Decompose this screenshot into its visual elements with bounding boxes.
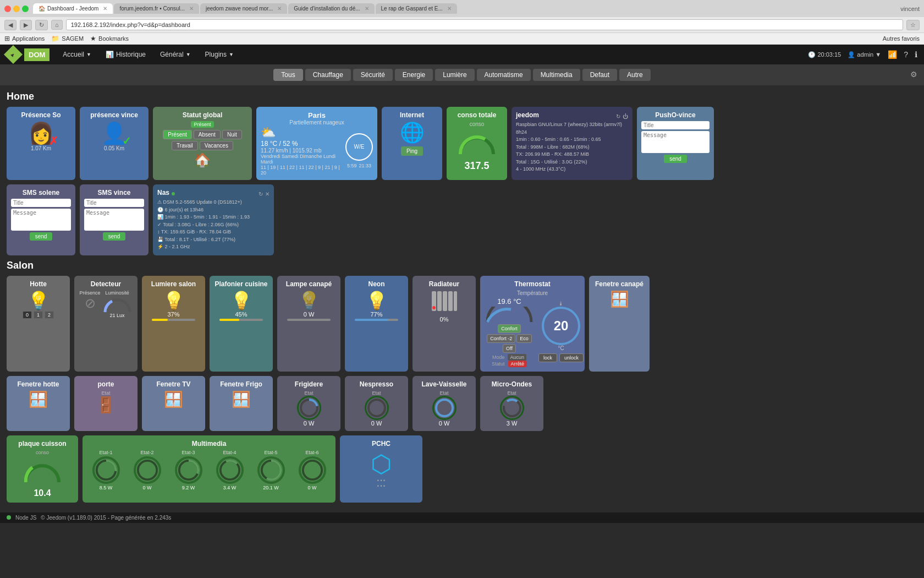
sms-vince-message-input[interactable] (84, 209, 144, 231)
ping-button[interactable]: Ping (401, 146, 423, 156)
etat-1-gauge (92, 456, 120, 484)
thermo-unit: °C (558, 345, 564, 351)
weather-description: Partiellement nuageux (289, 119, 344, 126)
browser-tab-5[interactable]: Le rap de Gaspard et E...✕ (376, 3, 457, 14)
nav-historique[interactable]: 📊 Historique (99, 46, 152, 63)
bookmark-applications[interactable]: ⊞Applications (4, 35, 45, 42)
sms-vince-title-input[interactable] (84, 199, 144, 207)
fenetre-frigo-title: Fenetre Frigo (220, 380, 262, 388)
sms-vince-send-button[interactable]: send (103, 232, 126, 241)
browser-tab-1[interactable]: 🏠Dashboard - Jeedom✕ (33, 3, 113, 14)
thermo-unlock-btn[interactable]: unlock (559, 353, 584, 362)
cat-autre[interactable]: Autre (619, 69, 651, 81)
statut-present-btn[interactable]: Présent (163, 130, 191, 139)
thermo-mode-label: Mode (492, 355, 505, 360)
thermo-statut-val: Arrêté (508, 361, 527, 367)
refresh-button[interactable]: ↻ (35, 20, 48, 30)
sms-solene-send-button[interactable]: send (30, 232, 53, 241)
present-badge: Présent (191, 121, 213, 128)
bookmark-sagem[interactable]: 📁SAGEM (51, 35, 84, 42)
hotte-btn-0[interactable]: 0 (23, 311, 32, 319)
nav-plugins[interactable]: Plugins ▼ (199, 46, 240, 63)
etat-1-label: Etat-1 (99, 450, 112, 455)
close-window-button[interactable] (4, 6, 11, 12)
maximize-window-button[interactable] (22, 6, 29, 12)
thermo-lock-btn[interactable]: lock (538, 353, 557, 362)
pusho-message-input[interactable] (641, 131, 710, 153)
sms-solene-title-input[interactable] (11, 199, 71, 207)
neon-pct: 77% (370, 311, 382, 318)
cat-defaut[interactable]: Defaut (582, 69, 617, 81)
presence-x-icon: ✗ (49, 134, 58, 148)
settings-icon[interactable]: ⚙ (910, 70, 917, 79)
header-help-icon[interactable]: ? (904, 50, 908, 59)
presence-so-icon-area: 👩 ✗ (28, 121, 54, 145)
pusho-title-input[interactable] (641, 121, 710, 129)
sms-solene-message-input[interactable] (11, 209, 71, 231)
back-button[interactable]: ◀ (4, 20, 16, 30)
browser-tab-3[interactable]: jeedom zwave noeud mor...✕ (200, 3, 287, 14)
compass-icon: W/E (345, 133, 373, 161)
autres-favoris[interactable]: Autres favoris (883, 35, 920, 42)
sunset-time: 21:33 (359, 163, 372, 168)
browser-tab-2[interactable]: forum.jeedom.fr • Consul...✕ (114, 3, 199, 14)
plaque-gauge-svg (20, 457, 64, 485)
cat-chauffage[interactable]: Chauffage (305, 69, 351, 81)
svg-point-9 (436, 400, 453, 416)
thermo-confort2-btn[interactable]: Confort -2 (487, 334, 515, 343)
thermo-setpoint-value: 20 (554, 318, 569, 334)
jeedom-power-icon[interactable]: ⏻ (623, 113, 628, 119)
browser-tab-4[interactable]: Guide d'installation du dé...✕ (288, 3, 374, 14)
detecteur-row: Présence ⊘ Luminosité 21 Lux (79, 290, 133, 318)
fenetre-canape-widget: Fenetre canapé 🪟 (589, 276, 650, 372)
bookmark-bookmarks[interactable]: ★Bookmarks (90, 35, 129, 42)
sms-vince-title: SMS vince (97, 189, 130, 197)
hotte-btn-1[interactable]: 1 (34, 311, 43, 319)
app-header: ▲ DOM Accueil ▼ 📊 Historique Général ▼ P… (0, 45, 924, 64)
statut-nuit-btn[interactable]: Nuit (222, 130, 242, 139)
cat-securite[interactable]: Sécurité (353, 69, 393, 81)
sms-vince-widget: SMS vince send (80, 184, 148, 255)
thermo-confort-btn[interactable]: Confort (498, 324, 521, 333)
lave-vaisselle-gauge-svg (434, 397, 455, 418)
statut-vacances-btn[interactable]: Vacances (200, 141, 233, 150)
multimedia-widget: Multimedia Etat-1 8.5 W Etat-2 (82, 435, 336, 503)
cat-automatisme[interactable]: Automatisme (477, 69, 531, 81)
home-button[interactable]: ⌂ (51, 20, 63, 30)
thermo-eco-btn[interactable]: Eco (516, 334, 532, 343)
no-presence-icon: ⊘ (79, 296, 100, 311)
forward-button[interactable]: ▶ (20, 20, 32, 30)
multimedia-title: Multimedia (192, 440, 227, 448)
hotte-btn-2[interactable]: 2 (45, 311, 54, 319)
etat-2-label: Etat-2 (140, 450, 153, 455)
header-network-icon[interactable]: 📶 (888, 50, 897, 59)
address-bar[interactable] (66, 19, 903, 30)
pusho-send-button[interactable]: send (664, 155, 687, 163)
minimize-window-button[interactable] (13, 6, 20, 12)
lumiere-salon-title: Lumiere salon (151, 280, 196, 288)
neon-title: Neon (369, 280, 385, 288)
lumiere-salon-bar-fill (152, 319, 168, 321)
nas-refresh-icon[interactable]: ↻ (258, 191, 263, 197)
statut-absent-btn[interactable]: Absent (194, 130, 221, 139)
thermo-off-btn[interactable]: Off (503, 344, 516, 353)
radiateur-widget: Radiateur 0% (413, 276, 476, 372)
jeedom-info: Raspbian GNU/Linux 7 (wheezy) 32bits (ar… (516, 121, 628, 173)
cat-multimedia[interactable]: Multimedia (533, 69, 580, 81)
header-info-icon[interactable]: ℹ (915, 50, 917, 59)
detecteur-title: Detecteur (91, 280, 121, 288)
nav-accueil[interactable]: Accueil ▼ (56, 46, 98, 63)
cat-tous[interactable]: Tous (273, 69, 302, 81)
jeedom-refresh-icon[interactable]: ↻ (616, 113, 620, 119)
statut-travail-btn[interactable]: Travail (172, 141, 198, 150)
nav-general[interactable]: Général ▼ (153, 46, 197, 63)
cat-lumiere[interactable]: Lumière (435, 69, 474, 81)
porte-etat-label: Etat (101, 390, 110, 396)
micro-ondes-gauge-svg (502, 397, 522, 418)
nas-close-icon[interactable]: ✕ (265, 191, 270, 197)
cat-energie[interactable]: Energie (395, 69, 433, 81)
jeedom-controls: ↻ ⏻ (616, 113, 628, 119)
statut-global-widget: Statut global Présent Présent Absent Nui… (153, 107, 252, 180)
bookmark-button[interactable]: ☆ (906, 20, 920, 30)
nespresso-etat-label: Etat (372, 390, 381, 396)
